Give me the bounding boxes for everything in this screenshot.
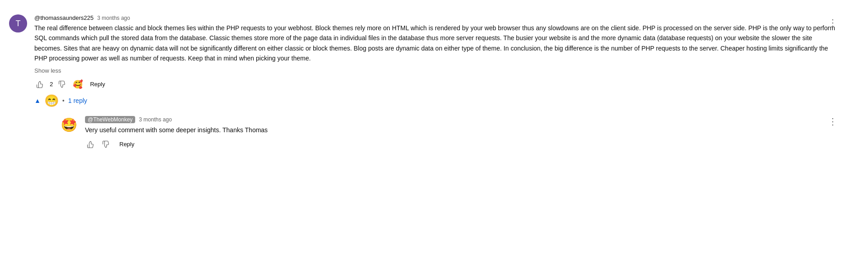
reply-body: @TheWebMonkey 3 months ago Very useful c… — [85, 116, 841, 150]
reply-header: @TheWebMonkey 3 months ago — [85, 116, 841, 123]
thumbs-down-icon — [58, 80, 66, 88]
comment-thread: T @thomassaunders225 3 months ago The re… — [9, 9, 841, 160]
reply-text: Very useful comment with some deeper ins… — [85, 125, 841, 135]
comment-actions: 2 🥰 Reply — [34, 79, 841, 90]
comment-header: @thomassaunders225 3 months ago — [34, 14, 841, 21]
replies-count: 1 reply — [68, 97, 87, 104]
reply-dislike-button[interactable] — [100, 139, 112, 150]
toggle-arrow-icon: ▲ — [34, 97, 41, 104]
reply-reply-button[interactable]: Reply — [116, 139, 138, 149]
reply-like-button[interactable] — [85, 139, 97, 150]
show-less-button[interactable]: Show less — [34, 67, 841, 74]
reply-more-options-button[interactable]: ⋮ — [825, 115, 841, 128]
like-button[interactable] — [34, 79, 46, 90]
like-count: 2 — [50, 81, 53, 88]
reaction-emoji: 🥰 — [73, 79, 83, 89]
reply-actions: Reply — [85, 139, 841, 150]
replies-toggle[interactable]: ▲ 😁 • 1 reply — [34, 94, 841, 108]
main-comment: T @thomassaunders225 3 months ago The re… — [9, 9, 841, 160]
replies-toggle-avatar: 😁 — [44, 94, 59, 108]
dislike-button[interactable] — [57, 79, 68, 90]
dot-separator: • — [62, 97, 65, 104]
thumbs-up-icon — [36, 80, 44, 88]
comment-text: The real difference between classic and … — [34, 23, 841, 64]
reply-avatar: 🤩 — [60, 116, 78, 134]
reply-timestamp: 3 months ago — [139, 116, 172, 123]
reply-button[interactable]: Reply — [86, 79, 108, 89]
more-options-button[interactable]: ⋮ — [825, 16, 841, 29]
comment-author: @thomassaunders225 — [34, 14, 94, 21]
replies-section: 🤩 @TheWebMonkey 3 months ago Very useful… — [60, 111, 841, 155]
comment-body: @thomassaunders225 3 months ago The real… — [34, 14, 841, 155]
reply-author-badge: @TheWebMonkey — [85, 116, 135, 123]
reply-thumbs-down-icon — [102, 140, 110, 148]
reply-comment: 🤩 @TheWebMonkey 3 months ago Very useful… — [60, 111, 841, 155]
comment-timestamp: 3 months ago — [97, 15, 130, 21]
avatar: T — [9, 14, 27, 32]
reply-thumbs-up-icon — [87, 140, 95, 148]
